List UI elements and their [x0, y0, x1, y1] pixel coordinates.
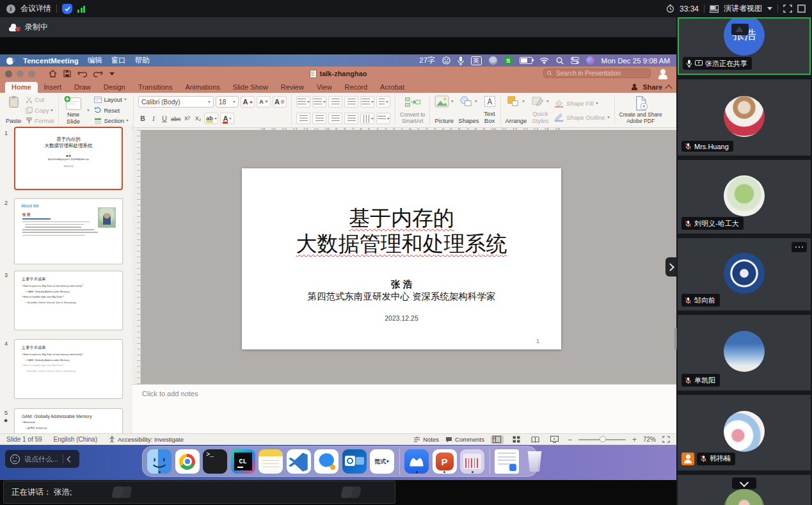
save-icon[interactable]: [63, 70, 71, 77]
cut-button[interactable]: Cut: [26, 96, 54, 103]
participant-tile-zhanghao[interactable]: 张浩 张浩正在共享: [678, 17, 811, 75]
s-app-icon[interactable]: S: [504, 56, 513, 65]
tab-acrobat[interactable]: Acrobat: [374, 82, 411, 93]
collapse-ribbon-icon[interactable]: [665, 84, 672, 92]
dock-fanshi-icon[interactable]: 范式+: [370, 449, 394, 474]
security-shield-icon[interactable]: [62, 4, 72, 14]
picture-button[interactable]: Picture: [434, 95, 454, 125]
participant-tile-shankaiyang[interactable]: 单凯阳: [678, 315, 811, 390]
slide-1[interactable]: 基于内存的 大数据管理和处理系统 张 浩 第四范式东南亚研发中心 资深系统架构科…: [242, 168, 561, 349]
control-center-icon[interactable]: [571, 57, 579, 64]
comments-toggle[interactable]: Comments: [445, 436, 484, 443]
window-zoom-button[interactable]: [28, 70, 35, 77]
participant-tile-hanyinan[interactable]: 韩祎楠: [678, 395, 811, 470]
reading-view-button[interactable]: [529, 435, 542, 444]
dock-vscode-icon[interactable]: [287, 449, 311, 474]
chevron-down-icon[interactable]: [767, 7, 772, 10]
slide-date[interactable]: 2023.12.25: [242, 314, 561, 322]
more-options-button[interactable]: [792, 242, 807, 252]
redo-icon[interactable]: [93, 70, 103, 77]
slide-thumbnail-5[interactable]: GAM: Globally Addressable Memory • Motiv…: [14, 408, 123, 436]
strikethrough-button[interactable]: abc: [171, 113, 180, 124]
float-window-icon[interactable]: [797, 4, 806, 13]
menu-help[interactable]: 帮助: [135, 56, 150, 65]
shapes-button[interactable]: Shapes: [458, 95, 479, 125]
bold-button[interactable]: B: [138, 113, 147, 124]
chat-placeholder[interactable]: 说点什么...: [24, 454, 58, 464]
tab-insert[interactable]: Insert: [38, 82, 68, 93]
participant-tile-liumingyi[interactable]: 刘明义-哈工大: [678, 160, 811, 234]
accessibility-status[interactable]: Accessibility: Investigate: [109, 436, 184, 443]
reset-button[interactable]: Reset: [94, 107, 129, 114]
search-input[interactable]: [555, 69, 647, 77]
zoom-slider[interactable]: [578, 439, 626, 440]
numbering-button[interactable]: [312, 96, 326, 108]
font-name-combo[interactable]: Calibri (Body): [138, 96, 214, 108]
dock-notes-icon[interactable]: [259, 449, 283, 474]
section-button[interactable]: Section: [94, 117, 129, 124]
share-button[interactable]: Share: [631, 83, 671, 93]
collapse-chat-icon[interactable]: [67, 456, 74, 462]
emoji-icon[interactable]: [10, 454, 20, 464]
dock-wechat-icon[interactable]: [314, 449, 338, 474]
paste-button[interactable]: Paste: [6, 95, 21, 125]
slide-editor-canvas[interactable]: 基于内存的 大数据管理和处理系统 张 浩 第四范式东南亚研发中心 资深系统架构科…: [132, 130, 676, 384]
presentation-search-box[interactable]: [543, 68, 651, 78]
emoji-status-icon[interactable]: [442, 56, 450, 65]
home-quick-icon[interactable]: [49, 70, 57, 77]
menu-app-name[interactable]: TencentMeeting: [23, 57, 79, 65]
tab-review[interactable]: Review: [275, 82, 310, 93]
align-right-button[interactable]: [328, 113, 342, 124]
view-mode-selector[interactable]: 演讲者视图: [724, 3, 762, 14]
slide-thumbnail-2[interactable]: About Me 张 浩: [14, 198, 123, 264]
dock-minimized-window[interactable]: [495, 449, 519, 474]
tab-record[interactable]: Record: [338, 82, 374, 93]
tab-design[interactable]: Design: [97, 82, 132, 93]
vertical-ruler[interactable]: [132, 130, 141, 384]
align-left-button[interactable]: [296, 113, 310, 124]
slide-sorter-view-button[interactable]: [510, 435, 523, 444]
window-close-button[interactable]: [5, 70, 12, 77]
meeting-info-icon[interactable]: i: [6, 4, 15, 13]
tab-slideshow[interactable]: Slide Show: [227, 82, 275, 93]
zoom-out-button[interactable]: −: [568, 435, 572, 444]
slide-thumbnail-3[interactable]: 主要学术成果 • How to process Big Data at low …: [14, 271, 123, 330]
text-direction-button[interactable]: [360, 113, 374, 124]
increase-font-button[interactable]: A: [241, 96, 255, 108]
siri-icon[interactable]: [586, 56, 594, 65]
participant-tile-zouxiangqian[interactable]: 邹向前: [678, 238, 811, 310]
dock-outlook-icon[interactable]: [342, 449, 367, 474]
tab-view[interactable]: View: [310, 82, 338, 93]
textbox-button[interactable]: TextBox: [484, 95, 496, 125]
tab-home[interactable]: Home: [5, 82, 38, 93]
normal-view-button[interactable]: [491, 435, 504, 444]
zoom-in-button[interactable]: +: [632, 435, 637, 444]
tab-draw[interactable]: Draw: [68, 82, 97, 93]
increase-indent-button[interactable]: [344, 96, 358, 108]
convert-smartart-button[interactable]: Convert toSmartArt: [400, 95, 425, 125]
fit-to-window-button[interactable]: [662, 436, 670, 443]
dock-clion-icon[interactable]: CL: [231, 449, 255, 474]
language-status[interactable]: English (China): [54, 436, 97, 443]
subscript-button[interactable]: X₂: [193, 113, 202, 124]
italic-button[interactable]: I: [149, 113, 158, 124]
slide-thumbnail-1[interactable]: 基于内存的大数据管理和处理系统 张 浩 第四范式东南亚研发中心 资深系统架构科学…: [14, 127, 123, 190]
participant-tile-partial[interactable]: [678, 475, 811, 505]
tab-animations[interactable]: Animations: [179, 82, 226, 93]
columns-button[interactable]: [376, 96, 390, 108]
superscript-button[interactable]: X²: [182, 113, 191, 124]
new-slide-button[interactable]: NewSlide: [63, 95, 83, 125]
menu-edit[interactable]: 编辑: [88, 56, 102, 65]
undo-icon[interactable]: [77, 70, 87, 77]
notes-toggle[interactable]: Notes: [413, 436, 439, 443]
slide-affiliation[interactable]: 第四范式东南亚研发中心 资深系统架构科学家: [242, 291, 561, 303]
meeting-details-link[interactable]: 会议详情: [20, 3, 51, 14]
menubar-clock[interactable]: Mon Dec 25 9:08 AM: [601, 57, 670, 65]
shape-outline-button[interactable]: Shape Outline: [553, 113, 609, 122]
bullets-button[interactable]: [296, 96, 310, 108]
menu-window[interactable]: 窗口: [111, 56, 126, 65]
justify-button[interactable]: [344, 113, 358, 124]
dock-activity-monitor-icon[interactable]: [460, 449, 484, 474]
slide-count-status[interactable]: Slide 1 of 59: [6, 436, 42, 443]
layout-button[interactable]: Layout: [94, 96, 129, 103]
